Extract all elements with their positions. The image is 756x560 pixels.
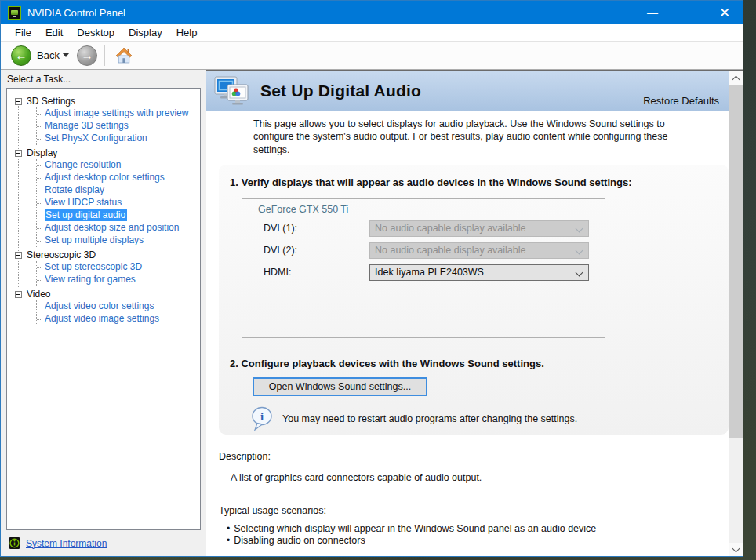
info-balloon-icon: i	[251, 406, 273, 431]
tree-category-video[interactable]: Video	[7, 289, 197, 300]
svg-text:i: i	[260, 410, 264, 423]
page-header-banner: Set Up Digital Audio Restore Defaults	[206, 71, 729, 111]
hdmi-value: Idek Iiyama PLE2403WS	[375, 267, 484, 278]
tree-item-change-resolution[interactable]: Change resolution	[37, 159, 197, 172]
category-label: Display	[27, 147, 57, 158]
window-title: NVIDIA Control Panel	[27, 7, 125, 19]
tree-item-adjust-desktop-size[interactable]: Adjust desktop size and position	[37, 222, 197, 235]
tree-link-label[interactable]: View HDCP status	[45, 197, 122, 208]
back-button[interactable]: ←	[11, 45, 31, 66]
info-note-text: You may need to restart audio programs a…	[282, 413, 577, 424]
tree-item-adjust-video-image[interactable]: Adjust video image settings	[37, 313, 197, 325]
forward-button[interactable]: →	[77, 45, 97, 66]
tree-item-adjust-desktop-color[interactable]: Adjust desktop color settings	[37, 172, 197, 184]
vertical-scrollbar[interactable]	[729, 71, 743, 556]
tree-link-label[interactable]: Set up multiple displays	[45, 235, 144, 245]
sidebar-footer: System Information	[1, 530, 206, 556]
nvidia-app-icon	[8, 6, 21, 20]
bullet-icon: •	[227, 523, 230, 535]
home-button[interactable]	[114, 45, 134, 66]
dvi2-dropdown: No audio capable display available	[369, 242, 589, 259]
description-text: A list of graphics card connectors capab…	[231, 472, 743, 483]
menu-desktop[interactable]: Desktop	[70, 25, 122, 40]
scroll-down-button[interactable]	[729, 543, 743, 556]
tree-link-label[interactable]: View rating for games	[45, 274, 136, 285]
tree-category-display[interactable]: Display	[7, 147, 197, 158]
system-information-link[interactable]: System Information	[26, 538, 107, 549]
gpu-groupbox: GeForce GTX 550 Ti DVI (1): No audio cap…	[242, 198, 605, 338]
tree-item-view-rating-games[interactable]: View rating for games	[37, 274, 197, 286]
tree-children-display: Change resolution Adjust desktop color s…	[36, 159, 197, 247]
tree-link-label[interactable]: Adjust video color settings	[45, 300, 154, 311]
tree-item-set-up-digital-audio[interactable]: Set up digital audio	[37, 209, 197, 222]
dvi2-label: DVI (2):	[264, 245, 369, 256]
tree-children-3d-settings: Adjust image settings with preview Manag…	[36, 107, 197, 145]
forward-arrow-icon: →	[81, 49, 93, 62]
menu-edit[interactable]: Edit	[38, 25, 70, 40]
collapse-icon[interactable]	[15, 291, 22, 298]
chevron-up-icon	[732, 76, 740, 84]
category-label: Video	[27, 289, 50, 300]
content-pane: Set Up Digital Audio Restore Defaults Th…	[206, 70, 743, 556]
usage-bullet-2: •Disabling audio on connectors	[227, 535, 743, 547]
task-tree: 3D Settings Adjust image settings with p…	[6, 88, 201, 530]
tree-link-label[interactable]: Adjust desktop color settings	[45, 172, 165, 183]
open-windows-sound-settings-button[interactable]: Open Windows Sound settings...	[253, 377, 427, 396]
close-button[interactable]: ✕	[707, 1, 743, 24]
tree-item-set-up-stereoscopic[interactable]: Set up stereoscopic 3D	[37, 261, 197, 274]
tree-category-3d-settings[interactable]: 3D Settings	[7, 96, 197, 107]
tree-item-rotate-display[interactable]: Rotate display	[37, 184, 197, 197]
collapse-icon[interactable]	[15, 150, 22, 157]
tree-children-video: Adjust video color settings Adjust video…	[36, 300, 197, 325]
usage-bullet-text: Disabling audio on connectors	[234, 535, 365, 547]
back-arrow-icon: ←	[16, 49, 27, 62]
maximize-button[interactable]	[671, 1, 707, 24]
toolbar-separator	[104, 45, 105, 66]
scroll-up-button[interactable]	[729, 71, 743, 85]
usage-bullet-1: •Selecting which display will appear in …	[227, 523, 743, 535]
tree-link-label-selected[interactable]: Set up digital audio	[45, 209, 127, 221]
tree-link-label[interactable]: Change resolution	[45, 159, 121, 170]
tree-item-set-physx[interactable]: Set PhysX Configuration	[37, 133, 197, 145]
dvi1-label: DVI (1):	[264, 223, 369, 234]
tree-link-label[interactable]: Adjust video image settings	[45, 313, 159, 324]
tree-link-label[interactable]: Manage 3D settings	[45, 120, 129, 131]
step1-heading: 1.Verify displays that will appear as au…	[230, 176, 729, 188]
groupbox-rule	[355, 209, 594, 209]
step1-accesskey: V	[242, 176, 248, 188]
minimize-button[interactable]: —	[634, 1, 671, 24]
scrollbar-thumb[interactable]	[729, 85, 743, 438]
tree-category-stereoscopic-3d[interactable]: Stereoscopic 3D	[7, 249, 197, 260]
collapse-icon[interactable]	[15, 252, 22, 259]
step2-heading: 2. Configure playback devices with the W…	[230, 358, 729, 369]
tree-link-label[interactable]: Set up stereoscopic 3D	[45, 261, 142, 272]
menu-help[interactable]: Help	[169, 25, 205, 40]
tree-item-manage-3d-settings[interactable]: Manage 3D settings	[37, 120, 197, 133]
tree-item-set-up-multiple-displays[interactable]: Set up multiple displays	[37, 235, 197, 247]
back-button-label[interactable]: Back	[37, 49, 60, 61]
chevron-down-icon	[732, 544, 740, 552]
hdmi-dropdown[interactable]: Idek Iiyama PLE2403WS	[369, 264, 589, 281]
tree-link-label[interactable]: Adjust image settings with preview	[45, 107, 188, 118]
step1-text: erify displays that will appear as audio…	[248, 176, 632, 188]
tree-link-label[interactable]: Rotate display	[45, 184, 104, 195]
menu-file[interactable]: File	[8, 25, 38, 40]
hdmi-label: HDMI:	[264, 267, 369, 278]
restore-defaults-link[interactable]: Restore Defaults	[643, 95, 719, 107]
menu-display[interactable]: Display	[122, 25, 169, 40]
tree-item-adjust-image-settings[interactable]: Adjust image settings with preview	[37, 107, 197, 120]
tree-children-stereoscopic: Set up stereoscopic 3D View rating for g…	[36, 261, 197, 286]
maximize-icon	[685, 9, 692, 16]
bullet-icon: •	[227, 535, 230, 547]
tree-item-adjust-video-color[interactable]: Adjust video color settings	[37, 300, 197, 313]
tree-link-label[interactable]: Adjust desktop size and position	[45, 222, 179, 233]
tree-item-view-hdcp-status[interactable]: View HDCP status	[37, 197, 197, 209]
tree-link-label[interactable]: Set PhysX Configuration	[45, 133, 147, 144]
collapse-icon[interactable]	[15, 98, 22, 105]
usage-scenarios-list: •Selecting which display will appear in …	[227, 523, 743, 547]
chevron-down-icon	[576, 268, 583, 276]
home-icon	[115, 47, 133, 64]
back-dropdown-caret-icon[interactable]	[63, 53, 69, 57]
chevron-down-icon	[576, 224, 583, 232]
system-information-icon	[9, 537, 20, 549]
